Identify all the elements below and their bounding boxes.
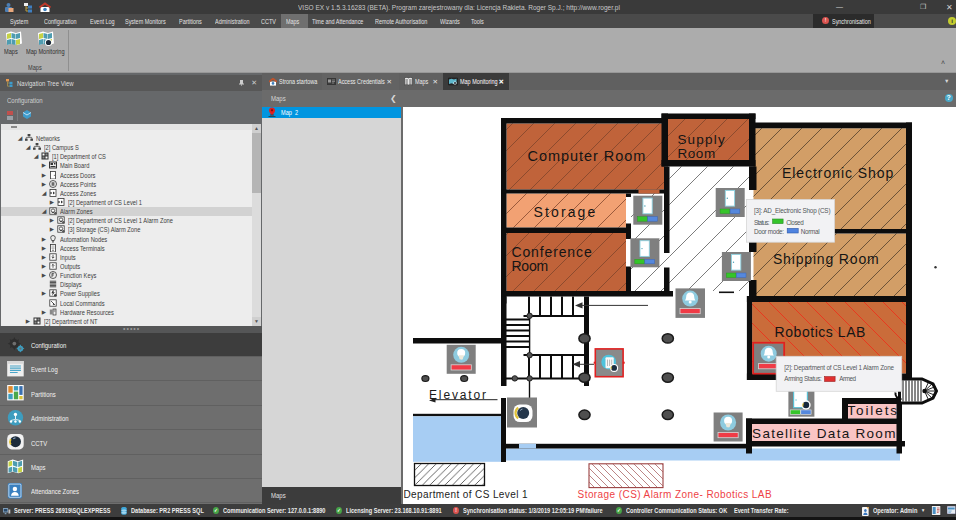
svg-text:Shipping Room: Shipping Room [773, 251, 879, 267]
svg-text:Satellite Data Room: Satellite Data Room [752, 426, 896, 441]
svg-text:Room: Room [511, 258, 548, 274]
svg-text:Department of CS Level 1: Department of CS Level 1 [404, 489, 528, 500]
svg-text:[2]: Department of CS Level 1: [2]: Department of CS Level 1 Alarm Zone [784, 364, 894, 372]
svg-text:Electronic Shop: Electronic Shop [782, 165, 894, 181]
svg-text:[3]: AD_Electronic Shop (CS): [3]: AD_Electronic Shop (CS) [754, 207, 831, 215]
svg-text:Computer Room: Computer Room [528, 148, 646, 164]
svg-text:Room: Room [677, 146, 715, 161]
svg-text:Supply: Supply [677, 132, 725, 147]
svg-text:Closed: Closed [786, 219, 804, 226]
svg-text:Door mode:: Door mode: [754, 228, 784, 235]
svg-text:Armed: Armed [839, 375, 856, 382]
svg-text:Status:: Status: [754, 219, 770, 226]
svg-text:Arming Status:: Arming Status: [784, 375, 822, 383]
svg-text:Normal: Normal [801, 228, 820, 235]
svg-text:Storage (CS) Alarm Zone- Robot: Storage (CS) Alarm Zone- Robotics LAB [578, 489, 772, 500]
svg-text:Robotics LAB: Robotics LAB [775, 324, 866, 340]
